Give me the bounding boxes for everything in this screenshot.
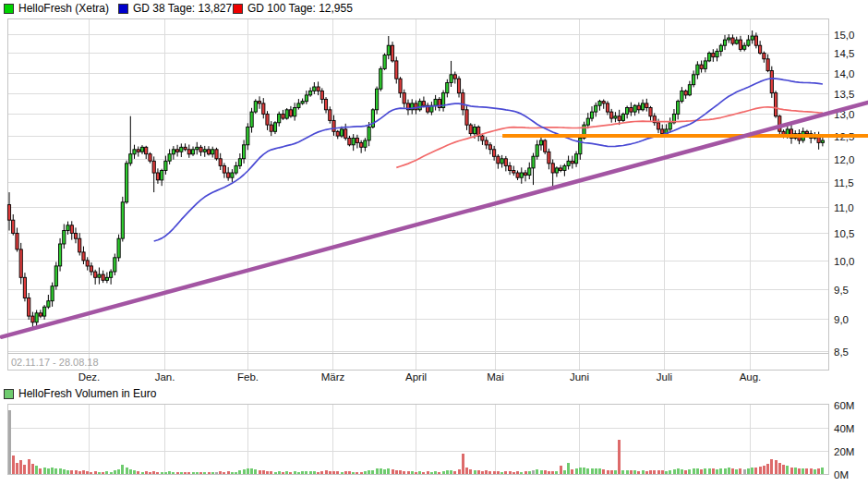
volume-tick-label: 60M (834, 400, 854, 411)
ma100-swatch-icon (233, 4, 243, 14)
month-label: Mai (487, 371, 504, 383)
legend-item-ma38: GD 38 Tage: 13,827 (118, 2, 232, 15)
date-range-label: 02.11.17 - 28.08.18 (11, 357, 99, 368)
ma38-swatch-icon (118, 4, 128, 14)
volume-series-label: HelloFresh Volumen in Euro (18, 387, 156, 400)
price-tick-label: 12,0 (834, 154, 854, 165)
legend-item-ma100: GD 100 Tage: 12,955 (233, 2, 353, 15)
legend-item-volume: HelloFresh Volumen in Euro (4, 387, 156, 400)
volume-tick-label: 20M (834, 446, 854, 457)
month-label: März (321, 371, 345, 383)
price-tick-label: 11,5 (834, 177, 854, 188)
month-label: April (405, 371, 427, 383)
price-tick-label: 14,5 (834, 48, 854, 59)
price-tick-label: 14,0 (834, 68, 854, 79)
month-label: Aug. (740, 371, 762, 383)
price-tick-label: 13,5 (834, 89, 854, 100)
trend-line (2, 103, 868, 337)
price-tick-label: 9,5 (834, 285, 849, 296)
plot-borders (7, 19, 829, 475)
month-label: Feb. (237, 371, 259, 383)
price-volume-chart: 15,014,514,013,513,012,512,011,511,010,5… (0, 0, 868, 486)
ma38-label: GD 38 Tage: 13,827 (133, 2, 232, 15)
volume-tick-label: 0M (834, 469, 849, 480)
legend-item-price: HelloFresh (Xetra) (4, 2, 109, 15)
price-tick-label: 10,5 (834, 228, 854, 239)
price-tick-label: 11,0 (834, 202, 854, 213)
price-tick-label: 15,0 (834, 30, 854, 41)
price-series-swatch-icon (4, 4, 14, 14)
price-series-label: HelloFresh (Xetra) (18, 2, 109, 15)
volume-tick-label: 40M (834, 423, 854, 434)
grid-and-axes: 15,014,514,013,513,012,512,011,511,010,5… (7, 18, 854, 480)
month-label: Jan. (155, 371, 175, 383)
stock-chart-window: 15,014,514,013,513,012,512,011,511,010,5… (0, 0, 868, 486)
month-label: Juli (657, 371, 672, 383)
price-tick-label: 10,0 (834, 256, 854, 267)
month-label: Dez. (78, 371, 101, 383)
volume-series-swatch-icon (4, 389, 14, 399)
month-label: Juni (570, 371, 589, 383)
price-tick-label: 8,5 (834, 346, 849, 358)
ma100-label: GD 100 Tage: 12,955 (247, 2, 353, 15)
price-tick-label: 9,0 (834, 314, 849, 325)
